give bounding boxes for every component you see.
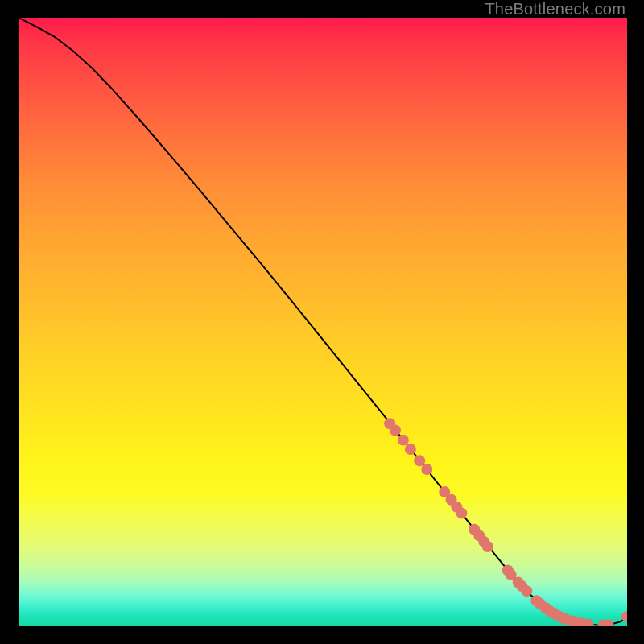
curve-line: [19, 18, 627, 625]
data-marker: [521, 585, 532, 597]
data-marker: [414, 455, 425, 466]
marker-layer: [384, 418, 627, 626]
watermark-text: TheBottleneck.com: [485, 0, 625, 19]
data-marker: [390, 425, 401, 436]
chart-svg: [19, 18, 627, 626]
data-marker: [398, 435, 409, 446]
data-marker: [456, 507, 467, 518]
data-marker: [421, 464, 432, 475]
data-marker: [405, 444, 416, 455]
data-marker: [482, 541, 493, 552]
curve-layer: [19, 18, 627, 625]
chart-area: [19, 18, 627, 626]
